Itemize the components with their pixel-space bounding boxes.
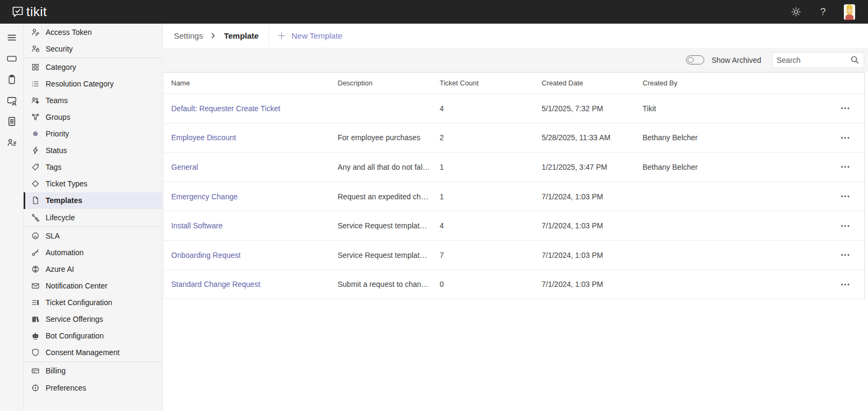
template-name-link[interactable]: Emergency Change bbox=[171, 192, 338, 201]
list-bullets-icon bbox=[31, 80, 40, 88]
template-name-link[interactable]: Default: Requester Create Ticket bbox=[171, 104, 338, 113]
sidebar-item-consent-management[interactable]: Consent Management bbox=[24, 344, 162, 361]
template-name-link[interactable]: General bbox=[171, 163, 338, 171]
template-created-by: Bethany Belcher bbox=[643, 133, 826, 142]
row-more-options-icon[interactable] bbox=[838, 222, 852, 230]
chevron-right-icon bbox=[210, 33, 216, 39]
template-page-icon bbox=[31, 196, 40, 205]
template-created-date: 7/1/2024, 1:03 PM bbox=[542, 192, 643, 201]
sidebar-item-label: Status bbox=[46, 146, 67, 155]
template-name-link[interactable]: Employee Discount bbox=[171, 133, 338, 142]
filter-strip: Show Archived bbox=[163, 48, 868, 72]
top-app-bar: tikit ? bbox=[0, 0, 868, 24]
sidebar-item-resolution-category[interactable]: Resolution Category bbox=[24, 75, 162, 92]
new-template-button[interactable]: New Template bbox=[278, 31, 342, 40]
sidebar-item-status[interactable]: Status bbox=[24, 142, 162, 159]
sidebar-item-billing[interactable]: Billing bbox=[24, 363, 162, 379]
sidebar-divider bbox=[24, 57, 162, 58]
template-ticket-count: 7 bbox=[440, 251, 542, 259]
column-header-description: Description bbox=[338, 79, 440, 87]
list-bar-icon bbox=[31, 298, 40, 307]
row-more-options-icon[interactable] bbox=[838, 163, 852, 171]
template-description: For employee purchases bbox=[338, 133, 440, 142]
sidebar-item-label: Templates bbox=[46, 196, 82, 205]
sidebar-item-lifecycle[interactable]: Lifecycle bbox=[24, 209, 162, 226]
plus-icon bbox=[278, 32, 286, 40]
sidebar-item-label: Preferences bbox=[46, 384, 86, 392]
hamburger-icon[interactable] bbox=[0, 27, 24, 48]
template-name-link[interactable]: Standard Change Request bbox=[171, 280, 338, 289]
sidebar-item-automation[interactable]: Automation bbox=[24, 244, 162, 261]
settings-gear-icon[interactable] bbox=[790, 6, 802, 18]
books-icon bbox=[31, 315, 40, 323]
person-lock-icon bbox=[31, 45, 40, 53]
sidebar-item-ticket-configuration[interactable]: Ticket Configuration bbox=[24, 294, 162, 311]
sidebar-item-label: Automation bbox=[46, 248, 84, 257]
sidebar-item-groups[interactable]: Groups bbox=[24, 109, 162, 125]
sidebar-item-bot-configuration[interactable]: Bot Configuration bbox=[24, 328, 162, 344]
template-name-link[interactable]: Onboarding Request bbox=[171, 251, 338, 259]
user-avatar[interactable] bbox=[844, 4, 855, 20]
sidebar-item-sla[interactable]: SLA bbox=[24, 227, 162, 244]
sidebar-item-label: Ticket Configuration bbox=[46, 298, 112, 307]
sidebar-item-ticket-types[interactable]: Ticket Types bbox=[24, 176, 162, 192]
clipboard-icon[interactable] bbox=[0, 69, 24, 90]
table-row: Onboarding RequestService Request templa… bbox=[164, 241, 864, 270]
template-created-date: 7/1/2024, 1:03 PM bbox=[542, 280, 643, 289]
breadcrumb: Settings Template New Template bbox=[163, 24, 868, 48]
grid-icon bbox=[31, 63, 40, 71]
sidebar-item-templates[interactable]: Templates bbox=[24, 192, 162, 209]
sidebar-item-priority[interactable]: Priority bbox=[24, 126, 162, 142]
sidebar-item-notification-center[interactable]: Notification Center bbox=[24, 277, 162, 294]
sidebar-item-tags[interactable]: Tags bbox=[24, 159, 162, 176]
template-description: Any and all that do not fall in the... bbox=[338, 163, 440, 171]
table-row: Standard Change RequestSubmit a request … bbox=[164, 270, 864, 300]
row-more-options-icon[interactable] bbox=[838, 192, 852, 200]
sidebar-item-service-offerings[interactable]: Service Offerings bbox=[24, 311, 162, 328]
sidebar-item-azure-ai[interactable]: Azure AI bbox=[24, 261, 162, 277]
template-created-date: 5/28/2025, 11:33 AM bbox=[542, 133, 643, 142]
table-row: GeneralAny and all that do not fall in t… bbox=[164, 153, 864, 182]
sidebar-item-security[interactable]: Security bbox=[24, 40, 162, 57]
template-ticket-count: 4 bbox=[440, 104, 542, 113]
settings-wheel-icon bbox=[31, 384, 40, 392]
credit-card-icon bbox=[31, 366, 40, 375]
table-header-row: NameDescriptionTicket CountCreated DateC… bbox=[164, 73, 864, 94]
templates-table: NameDescriptionTicket CountCreated DateC… bbox=[163, 72, 865, 299]
row-more-options-icon[interactable] bbox=[838, 104, 852, 112]
row-more-options-icon[interactable] bbox=[838, 280, 852, 289]
row-more-options-icon[interactable] bbox=[838, 134, 852, 142]
sidebar-item-access-token[interactable]: Access Token bbox=[24, 24, 162, 40]
bot-gear-icon bbox=[31, 331, 40, 340]
lifecycle-icon bbox=[31, 213, 40, 222]
sidebar-item-teams[interactable]: Teams bbox=[24, 92, 162, 109]
template-name-link[interactable]: Install Software bbox=[171, 221, 338, 230]
search-icon[interactable] bbox=[850, 55, 859, 64]
column-header-created-by: Created By bbox=[643, 79, 826, 87]
ticket-agent-icon[interactable] bbox=[0, 90, 24, 111]
help-icon[interactable]: ? bbox=[817, 6, 829, 18]
sidebar-item-label: Priority bbox=[46, 129, 69, 138]
diamond-tag-icon bbox=[31, 179, 40, 188]
dot-icon bbox=[31, 129, 40, 138]
main-content: Settings Template New Template Show Arch… bbox=[163, 24, 868, 411]
show-archived-toggle[interactable] bbox=[686, 55, 704, 64]
template-created-date: 7/1/2024, 1:03 PM bbox=[542, 251, 643, 259]
template-created-by: Tikit bbox=[643, 104, 826, 113]
breadcrumb-settings[interactable]: Settings bbox=[174, 31, 203, 40]
search-box bbox=[772, 52, 864, 68]
ticket-icon[interactable] bbox=[0, 48, 24, 69]
sidebar-item-label: Bot Configuration bbox=[46, 331, 104, 340]
tikit-bubble-check-icon bbox=[11, 5, 25, 19]
show-archived-label: Show Archived bbox=[711, 56, 761, 64]
row-more-options-icon[interactable] bbox=[838, 251, 852, 259]
sidebar-item-preferences[interactable]: Preferences bbox=[24, 379, 162, 396]
shield-icon bbox=[31, 348, 40, 357]
search-input[interactable] bbox=[777, 56, 850, 64]
template-created-date: 7/1/2024, 1:03 PM bbox=[542, 221, 643, 230]
document-icon[interactable] bbox=[0, 111, 24, 132]
sidebar-item-category[interactable]: Category bbox=[24, 59, 162, 75]
sidebar-item-label: Teams bbox=[46, 96, 68, 105]
column-header-created-date: Created Date bbox=[542, 79, 643, 87]
people-list-icon[interactable] bbox=[0, 132, 24, 153]
